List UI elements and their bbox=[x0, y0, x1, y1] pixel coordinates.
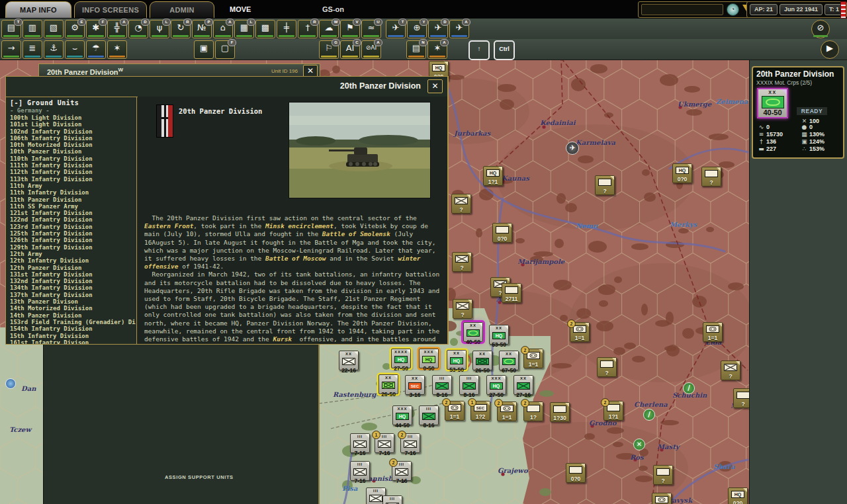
soviet-unit-counter[interactable]: ? bbox=[451, 194, 471, 214]
naval-waves-icon[interactable]: ≈U bbox=[361, 20, 381, 38]
gears-icon[interactable]: ⚙E bbox=[65, 20, 85, 38]
soviet-unit-counter[interactable]: 1?30 bbox=[550, 402, 570, 422]
unit-list-item[interactable]: 11th Army bbox=[10, 183, 136, 189]
unit-list-item[interactable]: 126th Infantry Division bbox=[10, 237, 136, 243]
german-unit-counter[interactable]: XXHQ53-50 bbox=[489, 325, 509, 345]
signpost-icon[interactable]: †R bbox=[298, 20, 318, 38]
calendar-icon[interactable]: ▩ bbox=[255, 20, 275, 38]
assault-icon[interactable]: ✶ bbox=[107, 40, 127, 59]
factory-icon[interactable]: ▦L bbox=[234, 20, 254, 38]
soviet-unit-counter[interactable]: 1=12 bbox=[523, 349, 543, 368]
german-unit-counter[interactable]: XXSEC3-16 bbox=[405, 375, 425, 395]
german-unit-counter[interactable]: III7-162 bbox=[400, 433, 420, 453]
unit-list-item[interactable]: 14th Panzer Division bbox=[10, 312, 136, 319]
soviet-unit-counter[interactable]: ? bbox=[597, 357, 617, 377]
victory-flag-icon[interactable]: ⚑V bbox=[340, 20, 360, 38]
german-unit-counter[interactable]: XX27-16 bbox=[513, 375, 533, 395]
bridge-icon[interactable]: ╬A bbox=[107, 20, 127, 38]
unit-list-item[interactable]: 123rd Infantry Division bbox=[10, 224, 136, 230]
unit-list-item[interactable]: 106th Infantry Division bbox=[10, 135, 136, 142]
unit-list-item[interactable]: 111th Infantry Division bbox=[10, 162, 136, 169]
unit-list-item[interactable]: 131st Infantry Division bbox=[10, 271, 136, 278]
numbers-icon[interactable]: №P bbox=[192, 20, 212, 38]
supply-depot-icon[interactable]: / bbox=[643, 409, 655, 421]
unit-list-item[interactable]: 11th SS Panzer Army bbox=[10, 203, 136, 210]
unit-list-item[interactable]: 137th Infantry Division bbox=[10, 292, 136, 298]
soviet-unit-counter[interactable]: ? bbox=[453, 299, 472, 319]
german-unit-counter[interactable]: XX40-50 bbox=[463, 322, 483, 342]
soviet-unit-counter[interactable]: ? bbox=[452, 252, 472, 272]
sea-transport-icon[interactable]: ⚓ bbox=[44, 40, 64, 59]
supply-depot-icon[interactable]: / bbox=[683, 382, 695, 394]
rail-icon[interactable]: ╪ bbox=[277, 20, 296, 38]
unit-list-item[interactable]: 101st Light Division bbox=[10, 121, 136, 128]
move-arrow-icon[interactable]: → bbox=[1, 40, 21, 59]
german-unit-counter[interactable]: III7-162 bbox=[392, 461, 412, 481]
weather-icon[interactable]: ☁W bbox=[319, 20, 339, 38]
soviet-unit-counter[interactable]: HQ0?0 bbox=[728, 487, 748, 504]
airfield-icon[interactable]: ✈ bbox=[566, 142, 579, 155]
soviet-unit-counter[interactable]: 1=12 bbox=[497, 401, 517, 421]
german-unit-counter[interactable]: III8-16 bbox=[432, 375, 452, 395]
notes-icon[interactable]: ▤N bbox=[406, 40, 426, 59]
unit-list-item[interactable]: 100th Light Division bbox=[10, 114, 136, 121]
unit-list-item[interactable]: 121st Infantry Division bbox=[10, 210, 136, 216]
close-dialog-button[interactable]: ✕ bbox=[427, 79, 443, 93]
soviet-unit-counter[interactable]: ? bbox=[652, 493, 672, 504]
air-assign-icon[interactable]: ✈A bbox=[449, 20, 469, 38]
german-unit-counter[interactable]: III8-16 bbox=[419, 405, 439, 425]
formation-icon[interactable]: ▣ bbox=[194, 40, 214, 59]
unit-list-item[interactable]: 153rd Field Training (Grenadier) Di bbox=[10, 319, 136, 325]
unit-list-item[interactable]: 10th Motorized Division bbox=[10, 142, 136, 148]
unit-list-item[interactable]: 12th Infantry Division bbox=[10, 257, 136, 264]
german-unit-counter[interactable]: III8-16 bbox=[459, 375, 479, 395]
shift-key[interactable]: ↑ bbox=[468, 40, 490, 60]
german-unit-counter[interactable]: III7-161 bbox=[375, 433, 394, 453]
radio-icon[interactable]: ψL bbox=[150, 20, 169, 38]
org-chart-icon[interactable]: ⌂A bbox=[213, 20, 233, 38]
refresh-icon[interactable]: ↻R bbox=[171, 20, 191, 38]
german-unit-counter[interactable]: XX22-16 bbox=[339, 351, 359, 370]
soviet-unit-counter[interactable]: ? bbox=[701, 167, 721, 187]
unit-list-item[interactable]: 125th Infantry Division bbox=[10, 230, 136, 237]
unit-list-item[interactable]: 15th Infantry Division bbox=[10, 333, 136, 339]
objective-flag-icon[interactable]: ⚐G bbox=[319, 40, 339, 59]
next-turn-icon[interactable]: ▶ bbox=[821, 40, 839, 59]
ai-off-icon[interactable]: ⊘AIA bbox=[361, 40, 381, 59]
tab-info-screens[interactable]: INFO SCREENS bbox=[74, 1, 147, 18]
unit-list-item[interactable]: 10th Panzer Division bbox=[10, 148, 136, 155]
rail-move-icon[interactable]: ≣ bbox=[22, 40, 42, 59]
soviet-unit-counter[interactable]: 1=12 bbox=[445, 401, 465, 421]
clock-icon[interactable]: ◔ bbox=[727, 3, 739, 16]
unit-list-item[interactable]: 12th Army bbox=[10, 251, 136, 257]
soviet-unit-counter[interactable]: SEC1?21 bbox=[470, 401, 490, 421]
unit-list-item[interactable]: 129th Infantry Division bbox=[10, 244, 136, 251]
soviet-unit-counter[interactable]: HQ1?1 bbox=[483, 166, 503, 186]
soviet-unit-counter[interactable]: 2711 bbox=[502, 283, 521, 303]
unit-list-item[interactable]: 134th Infantry Division bbox=[10, 284, 136, 291]
german-unit-counter[interactable]: XXXHQ0-50 bbox=[419, 349, 439, 368]
german-unit-counter[interactable]: XXXHQ27-50 bbox=[486, 375, 506, 395]
soviet-unit-counter[interactable]: 1?2 bbox=[523, 401, 543, 421]
air-doctrine-icon[interactable]: ✈D bbox=[428, 20, 448, 38]
german-unit-counter[interactable]: XXXHQ44-50 bbox=[392, 405, 412, 425]
unit-list-item[interactable]: 102nd Infantry Division bbox=[10, 128, 136, 135]
soviet-unit-counter[interactable]: ? bbox=[721, 360, 740, 380]
pages-icon[interactable]: ▧ bbox=[44, 20, 64, 38]
unit-list-item[interactable]: 154th Infantry Division bbox=[10, 325, 136, 332]
container-icon[interactable]: ▢F bbox=[215, 40, 235, 59]
tab-map-info[interactable]: MAP INFO bbox=[5, 1, 71, 18]
unit-list-item[interactable]: 14th Motorized Division bbox=[10, 305, 136, 312]
soviet-unit-counter[interactable]: ? bbox=[653, 465, 673, 485]
selected-unit-counter[interactable]: XX 40-50 bbox=[757, 88, 788, 118]
german-unit-counter[interactable]: XX26-50 bbox=[379, 374, 398, 394]
german-unit-counter[interactable]: III7-16 bbox=[350, 433, 370, 453]
timer-icon[interactable]: ◔D bbox=[128, 20, 148, 38]
unit-list-item[interactable]: 113th Infantry Division bbox=[10, 176, 136, 183]
attack-icon[interactable]: ✶A bbox=[427, 40, 447, 59]
objective-icon[interactable]: ✕ bbox=[633, 439, 645, 450]
soviet-unit-counter[interactable]: ? bbox=[595, 175, 615, 195]
german-unit-counter[interactable]: XX67-50 bbox=[499, 351, 519, 370]
unit-list-item[interactable]: 132nd Infantry Division bbox=[10, 278, 136, 284]
unit-list-item[interactable]: 110th Infantry Division bbox=[10, 155, 136, 162]
